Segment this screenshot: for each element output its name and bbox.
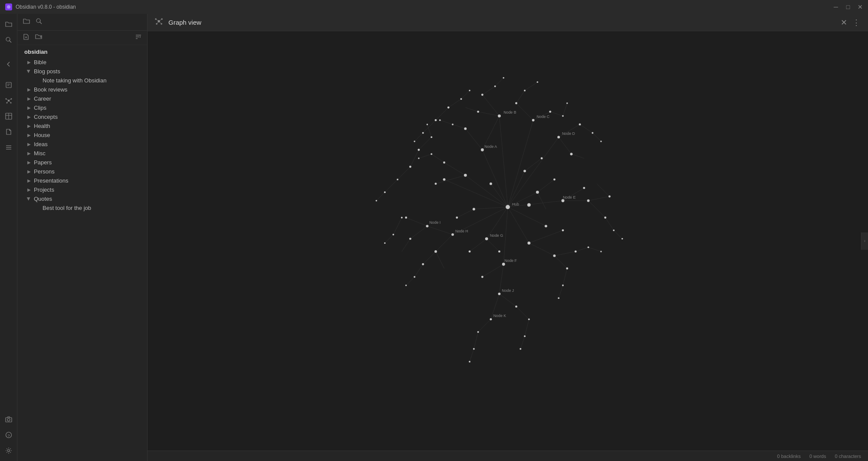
svg-line-13 [7,101,9,103]
svg-point-172 [583,187,585,189]
svg-point-162 [570,153,573,155]
svg-point-225 [418,157,420,159]
svg-point-196 [592,132,593,134]
settings-icon[interactable] [2,444,16,458]
svg-point-159 [515,102,517,105]
tree-item-blog-posts[interactable]: ▶Blog posts [19,67,145,76]
right-sidebar-toggle[interactable]: › [861,232,868,250]
tree-item-presentations[interactable]: ▶Presentations [19,176,145,185]
tree-item-book-reviews[interactable]: ▶Book reviews [19,85,145,94]
graph-canvas: Hub Node A Node B Node C Node D Node E N… [148,31,868,451]
svg-point-138 [506,205,510,209]
chevron-house: ▶ [26,132,32,138]
svg-text:Node C: Node C [536,114,549,119]
svg-text:Node B: Node B [503,110,516,114]
svg-point-168 [481,276,483,278]
svg-point-217 [469,90,470,92]
svg-line-2 [10,41,11,43]
notes-icon[interactable] [2,78,16,92]
svg-point-180 [469,250,471,252]
label-papers: Papers [34,159,52,166]
minimize-button[interactable]: ─ [833,4,838,10]
chevron-bible: ▶ [26,59,32,65]
folder-header-icon[interactable] [23,17,30,27]
svg-point-212 [562,284,564,286]
svg-point-147 [490,183,492,185]
svg-point-221 [600,141,602,142]
sort-icon[interactable] [135,33,142,42]
search-header-icon[interactable] [36,18,43,26]
stack-icon[interactable] [2,141,16,154]
svg-rect-3 [6,82,11,88]
svg-point-185 [409,238,411,240]
tree-item-persons[interactable]: ▶Persons [19,167,145,176]
backlinks-status: 0 backlinks [777,454,801,459]
window-controls: ─ □ ✕ [833,4,863,10]
main-content: Graph view ✕ ⋮ [148,14,868,461]
svg-point-160 [549,111,551,113]
tree-item-papers[interactable]: ▶Papers [19,158,145,167]
label-quotes: Quotes [34,196,52,202]
more-options-button[interactable]: ⋮ [852,17,861,28]
tree-item-ideas[interactable]: ▶Ideas [19,140,145,149]
new-note-icon[interactable] [23,33,30,42]
svg-point-169 [553,255,556,257]
tree-item-bible[interactable]: ▶Bible [19,58,145,67]
label-projects: Projects [34,186,54,193]
chevron-persons: ▶ [26,169,32,175]
chevron-misc: ▶ [26,150,32,157]
svg-point-152 [502,263,505,266]
svg-point-216 [427,124,428,125]
chevron-health: ▶ [26,123,32,129]
tree-item-house[interactable]: ▶House [19,131,145,140]
svg-point-155 [443,178,446,181]
svg-point-146 [523,170,526,172]
svg-text:Node K: Node K [493,314,506,318]
svg-point-183 [604,216,606,219]
svg-point-163 [443,161,445,163]
search-icon[interactable] [2,33,16,47]
new-folder-icon[interactable] [35,33,43,42]
graph-header-actions: ✕ ⋮ [840,17,861,28]
folder-icon[interactable] [2,17,16,31]
tree-item-quotes[interactable]: ▶Quotes [19,194,145,203]
svg-point-161 [579,123,581,125]
graph-header-icon [155,17,163,28]
tree-item-projects[interactable]: ▶Projects [19,185,145,194]
chevron-concepts: ▶ [26,114,32,120]
svg-point-171 [587,199,590,202]
camera-icon[interactable] [2,412,16,426]
graph-title: Graph view [168,19,835,26]
tree-item-concepts[interactable]: ▶Concepts [19,112,145,121]
close-graph-button[interactable]: ✕ [840,17,848,28]
svg-point-165 [426,225,428,227]
help-icon[interactable]: ? [2,428,16,442]
svg-point-25 [7,450,10,452]
label-career: Career [34,95,51,102]
tree-item-misc[interactable]: ▶Misc [19,149,145,158]
table-icon[interactable] [2,109,16,123]
graph-nav-icon[interactable] [2,94,16,108]
graph-view[interactable]: Hub Node A Node B Node C Node D Node E N… [148,31,868,451]
document-icon[interactable] [2,125,16,139]
svg-text:?: ? [7,434,10,438]
close-button[interactable]: ✕ [858,4,863,10]
svg-point-224 [405,284,407,286]
svg-point-190 [422,263,424,265]
svg-point-148 [473,208,475,210]
maximize-button[interactable]: □ [845,4,851,10]
tree-item-note-taking[interactable]: Note taking with Obsidian [19,76,145,85]
svg-point-202 [414,276,415,278]
svg-point-145 [536,191,539,194]
svg-point-188 [566,268,568,270]
back-icon[interactable] [2,57,16,71]
svg-point-143 [557,136,560,138]
svg-text:Node F: Node F [504,258,517,263]
tree-item-health[interactable]: ▶Health [19,121,145,131]
svg-point-154 [562,199,565,202]
tree-item-clips[interactable]: ▶Clips [19,103,145,112]
svg-point-158 [481,94,483,96]
svg-point-1 [6,37,10,41]
tree-item-best-tool[interactable]: Best tool for the job [19,203,145,213]
tree-item-career[interactable]: ▶Career [19,94,145,103]
